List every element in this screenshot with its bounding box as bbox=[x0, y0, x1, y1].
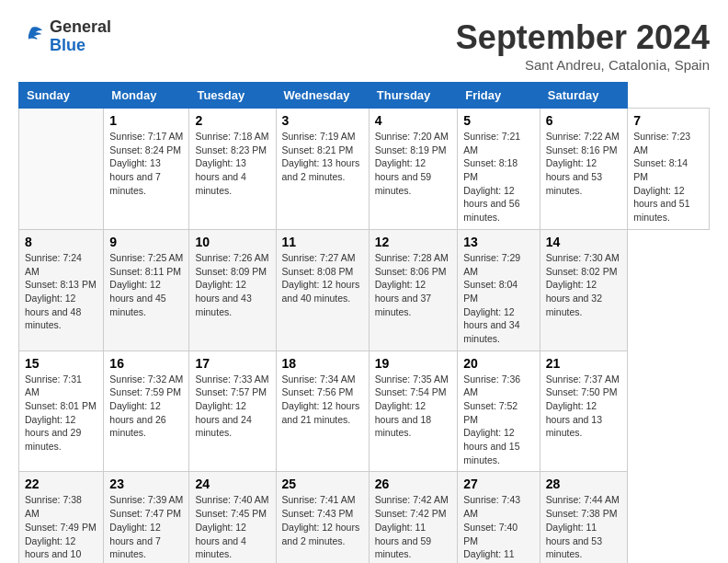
day-info: Sunrise: 7:42 AMSunset: 7:42 PMDaylight:… bbox=[375, 493, 451, 560]
day-number: 10 bbox=[195, 235, 269, 249]
calendar-cell: 27 Sunrise: 7:43 AMSunset: 7:40 PMDaylig… bbox=[458, 472, 540, 563]
day-header-wednesday: Wednesday bbox=[276, 83, 369, 109]
calendar-cell: 24 Sunrise: 7:40 AMSunset: 7:45 PMDaylig… bbox=[189, 472, 276, 563]
day-info: Sunrise: 7:34 AMSunset: 7:56 PMDaylight:… bbox=[282, 373, 363, 427]
calendar-cell: 28 Sunrise: 7:44 AMSunset: 7:38 PMDaylig… bbox=[540, 472, 627, 563]
day-number: 24 bbox=[195, 477, 269, 491]
day-header-monday: Monday bbox=[104, 83, 189, 109]
calendar-cell: 20 Sunrise: 7:36 AMSunset: 7:52 PMDaylig… bbox=[458, 350, 540, 472]
day-number: 18 bbox=[282, 356, 363, 371]
calendar-cell: 1 Sunrise: 7:17 AMSunset: 8:24 PMDayligh… bbox=[104, 109, 189, 230]
day-info: Sunrise: 7:33 AMSunset: 7:57 PMDaylight:… bbox=[195, 373, 269, 440]
calendar-cell: 22 Sunrise: 7:38 AMSunset: 7:49 PMDaylig… bbox=[19, 472, 104, 563]
calendar-table: SundayMondayTuesdayWednesdayThursdayFrid… bbox=[18, 82, 710, 563]
day-info: Sunrise: 7:41 AMSunset: 7:43 PMDaylight:… bbox=[282, 493, 363, 547]
day-number: 20 bbox=[463, 356, 534, 371]
day-info: Sunrise: 7:22 AMSunset: 8:16 PMDaylight:… bbox=[546, 130, 621, 197]
day-header-sunday: Sunday bbox=[19, 83, 104, 109]
calendar-cell: 3 Sunrise: 7:19 AMSunset: 8:21 PMDayligh… bbox=[276, 109, 369, 230]
logo-blue: Blue bbox=[50, 37, 111, 55]
calendar-cell bbox=[19, 109, 104, 230]
day-info: Sunrise: 7:17 AMSunset: 8:24 PMDaylight:… bbox=[109, 130, 183, 197]
day-info: Sunrise: 7:30 AMSunset: 8:02 PMDaylight:… bbox=[546, 251, 621, 318]
day-info: Sunrise: 7:35 AMSunset: 7:54 PMDaylight:… bbox=[375, 373, 451, 440]
calendar-cell: 10 Sunrise: 7:26 AMSunset: 8:09 PMDaylig… bbox=[189, 229, 276, 350]
day-info: Sunrise: 7:32 AMSunset: 7:59 PMDaylight:… bbox=[109, 373, 183, 440]
day-info: Sunrise: 7:43 AMSunset: 7:40 PMDaylight:… bbox=[463, 493, 534, 563]
day-info: Sunrise: 7:39 AMSunset: 7:47 PMDaylight:… bbox=[109, 493, 183, 560]
header: General Blue September 2024 Sant Andreu,… bbox=[18, 18, 710, 73]
day-number: 6 bbox=[546, 113, 621, 128]
day-info: Sunrise: 7:26 AMSunset: 8:09 PMDaylight:… bbox=[195, 251, 269, 318]
day-info: Sunrise: 7:21 AMSunset: 8:18 PMDaylight:… bbox=[463, 130, 534, 224]
day-number: 9 bbox=[109, 235, 183, 249]
day-number: 15 bbox=[25, 356, 97, 371]
day-number: 12 bbox=[375, 235, 451, 249]
calendar-cell: 8 Sunrise: 7:24 AMSunset: 8:13 PMDayligh… bbox=[19, 229, 104, 350]
day-info: Sunrise: 7:27 AMSunset: 8:08 PMDaylight:… bbox=[282, 251, 363, 305]
calendar-cell: 5 Sunrise: 7:21 AMSunset: 8:18 PMDayligh… bbox=[458, 109, 540, 230]
day-info: Sunrise: 7:24 AMSunset: 8:13 PMDaylight:… bbox=[25, 251, 97, 332]
day-number: 4 bbox=[375, 113, 451, 128]
day-info: Sunrise: 7:44 AMSunset: 7:38 PMDaylight:… bbox=[546, 493, 621, 560]
calendar-cell: 25 Sunrise: 7:41 AMSunset: 7:43 PMDaylig… bbox=[276, 472, 369, 563]
day-number: 2 bbox=[195, 113, 269, 128]
day-number: 13 bbox=[463, 235, 534, 249]
day-info: Sunrise: 7:23 AMSunset: 8:14 PMDaylight:… bbox=[633, 130, 703, 224]
calendar-cell: 12 Sunrise: 7:28 AMSunset: 8:06 PMDaylig… bbox=[369, 229, 457, 350]
day-info: Sunrise: 7:28 AMSunset: 8:06 PMDaylight:… bbox=[375, 251, 451, 318]
logo: General Blue bbox=[18, 18, 111, 55]
day-header-saturday: Saturday bbox=[540, 83, 627, 109]
day-header-friday: Friday bbox=[458, 83, 540, 109]
calendar-cell: 16 Sunrise: 7:32 AMSunset: 7:59 PMDaylig… bbox=[104, 350, 189, 472]
title-area: September 2024 Sant Andreu, Catalonia, S… bbox=[456, 18, 710, 73]
calendar-cell: 17 Sunrise: 7:33 AMSunset: 7:57 PMDaylig… bbox=[189, 350, 276, 472]
calendar-cell: 15 Sunrise: 7:31 AMSunset: 8:01 PMDaylig… bbox=[19, 350, 104, 472]
calendar-cell: 6 Sunrise: 7:22 AMSunset: 8:16 PMDayligh… bbox=[540, 109, 627, 230]
location-subtitle: Sant Andreu, Catalonia, Spain bbox=[456, 57, 710, 73]
calendar-cell: 26 Sunrise: 7:42 AMSunset: 7:42 PMDaylig… bbox=[369, 472, 457, 563]
day-info: Sunrise: 7:40 AMSunset: 7:45 PMDaylight:… bbox=[195, 493, 269, 560]
day-number: 23 bbox=[109, 477, 183, 491]
calendar-cell: 18 Sunrise: 7:34 AMSunset: 7:56 PMDaylig… bbox=[276, 350, 369, 472]
day-number: 27 bbox=[463, 477, 534, 491]
calendar-cell: 2 Sunrise: 7:18 AMSunset: 8:23 PMDayligh… bbox=[189, 109, 276, 230]
day-number: 3 bbox=[282, 113, 363, 128]
day-number: 5 bbox=[463, 113, 534, 128]
day-number: 14 bbox=[546, 235, 621, 249]
day-info: Sunrise: 7:19 AMSunset: 8:21 PMDaylight:… bbox=[282, 130, 363, 184]
day-info: Sunrise: 7:36 AMSunset: 7:52 PMDaylight:… bbox=[463, 373, 534, 467]
calendar-cell: 9 Sunrise: 7:25 AMSunset: 8:11 PMDayligh… bbox=[104, 229, 189, 350]
day-number: 1 bbox=[109, 113, 183, 128]
month-title: September 2024 bbox=[456, 18, 710, 57]
logo-bird-icon bbox=[18, 24, 44, 50]
calendar-cell: 13 Sunrise: 7:29 AMSunset: 8:04 PMDaylig… bbox=[458, 229, 540, 350]
calendar-cell: 4 Sunrise: 7:20 AMSunset: 8:19 PMDayligh… bbox=[369, 109, 457, 230]
day-info: Sunrise: 7:31 AMSunset: 8:01 PMDaylight:… bbox=[25, 373, 97, 454]
day-number: 28 bbox=[546, 477, 621, 491]
calendar-cell: 21 Sunrise: 7:37 AMSunset: 7:50 PMDaylig… bbox=[540, 350, 627, 472]
day-number: 19 bbox=[375, 356, 451, 371]
day-number: 26 bbox=[375, 477, 451, 491]
day-info: Sunrise: 7:29 AMSunset: 8:04 PMDaylight:… bbox=[463, 251, 534, 346]
day-number: 25 bbox=[282, 477, 363, 491]
day-number: 8 bbox=[25, 235, 97, 249]
day-number: 17 bbox=[195, 356, 269, 371]
day-number: 21 bbox=[546, 356, 621, 371]
day-number: 16 bbox=[109, 356, 183, 371]
day-number: 22 bbox=[25, 477, 97, 491]
day-header-tuesday: Tuesday bbox=[189, 83, 276, 109]
calendar-cell: 19 Sunrise: 7:35 AMSunset: 7:54 PMDaylig… bbox=[369, 350, 457, 472]
day-number: 11 bbox=[282, 235, 363, 249]
day-info: Sunrise: 7:18 AMSunset: 8:23 PMDaylight:… bbox=[195, 130, 269, 197]
day-number: 7 bbox=[633, 113, 703, 128]
logo-general: General bbox=[50, 18, 111, 37]
calendar-cell: 7 Sunrise: 7:23 AMSunset: 8:14 PMDayligh… bbox=[628, 109, 710, 230]
calendar-cell: 23 Sunrise: 7:39 AMSunset: 7:47 PMDaylig… bbox=[104, 472, 189, 563]
day-info: Sunrise: 7:37 AMSunset: 7:50 PMDaylight:… bbox=[546, 373, 621, 440]
day-header-thursday: Thursday bbox=[369, 83, 457, 109]
day-info: Sunrise: 7:38 AMSunset: 7:49 PMDaylight:… bbox=[25, 493, 97, 563]
calendar-cell: 14 Sunrise: 7:30 AMSunset: 8:02 PMDaylig… bbox=[540, 229, 627, 350]
calendar-cell: 11 Sunrise: 7:27 AMSunset: 8:08 PMDaylig… bbox=[276, 229, 369, 350]
day-info: Sunrise: 7:20 AMSunset: 8:19 PMDaylight:… bbox=[375, 130, 451, 197]
